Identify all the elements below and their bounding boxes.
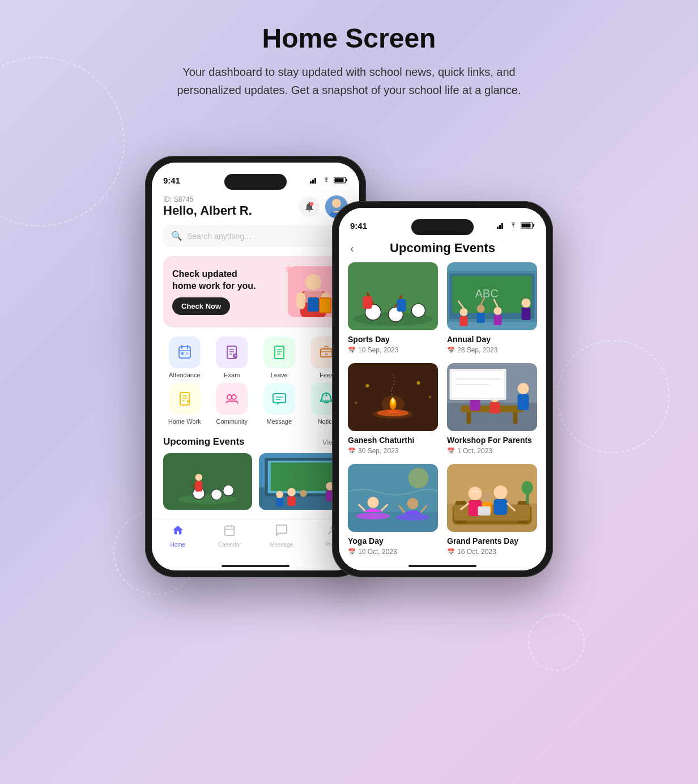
- banner-heading: Check updated home work for you.: [172, 269, 257, 292]
- ganesh-name: Ganesh Chaturthi: [348, 436, 438, 445]
- svg-rect-94: [397, 299, 406, 312]
- svg-rect-47: [273, 394, 286, 403]
- svg-rect-20: [179, 347, 190, 358]
- grandparents-img-svg: [447, 464, 537, 532]
- check-now-button[interactable]: Check Now: [172, 297, 230, 315]
- event-yoga[interactable]: Yoga Day 📅 10 Oct, 2023: [348, 464, 438, 556]
- home-indicator-1: [152, 561, 359, 570]
- event-ganesh[interactable]: Ganesh Chaturthi 📅 30 Sep, 2023: [348, 363, 438, 455]
- workshop-name: Workshop For Parents: [447, 436, 537, 445]
- nav-calendar[interactable]: Calendar: [204, 524, 256, 548]
- event-annual-day[interactable]: ABC: [447, 262, 537, 354]
- exam-icon: [224, 344, 240, 360]
- nav-home[interactable]: Home: [152, 524, 204, 548]
- svg-point-12: [305, 274, 321, 290]
- svg-rect-153: [454, 505, 530, 521]
- quick-link-leave[interactable]: Leave: [258, 336, 301, 378]
- event-workshop[interactable]: Workshop For Parents 📅 1 Oct, 2023: [447, 363, 537, 455]
- event-sports-day[interactable]: Sports Day 📅 10 Sep, 2023: [348, 262, 438, 354]
- message-nav-icon: [275, 524, 288, 540]
- svg-rect-83: [522, 224, 531, 228]
- cal-icon-3: 📅: [348, 448, 356, 455]
- signal-icon-2: [497, 222, 506, 229]
- search-bar[interactable]: 🔍 Search anything...: [163, 225, 348, 247]
- svg-point-46: [232, 395, 236, 399]
- phone-1-screen: 9:41 ID: S8745 Hello, Albert R.: [152, 163, 359, 570]
- svg-rect-0: [310, 181, 312, 184]
- bell-icon: [304, 201, 315, 212]
- status-time-1: 9:41: [163, 176, 180, 185]
- svg-point-157: [494, 485, 508, 499]
- svg-point-57: [195, 474, 203, 481]
- quick-link-community[interactable]: Community: [211, 383, 254, 425]
- svg-point-59: [211, 489, 222, 500]
- svg-point-160: [482, 492, 492, 502]
- yoga-name: Yoga Day: [348, 536, 438, 546]
- p2-title: Upcoming Events: [390, 241, 495, 255]
- svg-rect-58: [195, 481, 203, 492]
- leave-label: Leave: [271, 372, 288, 378]
- calendar-nav-label: Calendar: [218, 542, 241, 548]
- quick-link-message[interactable]: Message: [258, 383, 301, 425]
- svg-point-88: [412, 304, 425, 317]
- annual-day-date: 📅 28 Sep, 2023: [447, 346, 537, 354]
- svg-point-45: [227, 395, 232, 399]
- svg-text:ABC: ABC: [475, 287, 499, 300]
- homework-icon: [177, 391, 193, 407]
- event-grandparents[interactable]: Grand Parents Day 📅 16 Oct, 2023: [447, 464, 537, 556]
- svg-rect-102: [460, 316, 468, 326]
- nav-message[interactable]: Message: [256, 524, 308, 548]
- bottom-nav: Home Calendar: [152, 519, 359, 561]
- svg-rect-15: [308, 297, 319, 312]
- annual-img-svg: ABC: [447, 262, 537, 330]
- svg-rect-108: [494, 315, 502, 325]
- attendance-label: Attendance: [169, 372, 201, 378]
- cal-icon-1: 📅: [348, 347, 356, 354]
- notification-bell[interactable]: [299, 197, 320, 217]
- svg-point-120: [355, 402, 357, 404]
- svg-rect-80: [501, 223, 503, 229]
- phone-2: 9:41 ‹ Upcoming Events: [332, 201, 553, 577]
- back-button[interactable]: ‹: [350, 242, 354, 255]
- svg-point-119: [417, 381, 420, 385]
- svg-point-60: [223, 485, 234, 496]
- svg-point-144: [407, 498, 419, 509]
- homework-icon-bg: [169, 383, 201, 415]
- wifi-icon: [322, 177, 331, 184]
- svg-point-118: [366, 384, 369, 387]
- svg-rect-82: [533, 224, 534, 227]
- quick-link-homework[interactable]: Home Work: [163, 383, 206, 425]
- svg-rect-128: [518, 394, 529, 410]
- svg-rect-16: [296, 292, 305, 309]
- cal-icon-5: 📅: [348, 548, 356, 556]
- sports-day-img: [348, 262, 438, 330]
- svg-rect-40: [325, 353, 328, 355]
- svg-rect-126: [513, 412, 518, 424]
- home-bar-1: [222, 565, 290, 567]
- annual-day-name: Annual Day: [447, 335, 537, 344]
- svg-point-147: [408, 468, 429, 488]
- svg-rect-67: [276, 498, 283, 506]
- exam-label: Exam: [224, 372, 240, 378]
- svg-point-66: [276, 491, 283, 498]
- home-indicator-2: [339, 561, 546, 570]
- quick-link-exam[interactable]: Exam: [211, 336, 254, 378]
- event-card-sports[interactable]: [163, 453, 252, 510]
- calendar-nav-icon: [223, 524, 236, 540]
- community-label: Community: [216, 418, 248, 425]
- home-nav-label: Home: [170, 542, 185, 548]
- signal-icon: [310, 177, 319, 184]
- home-bar-2: [408, 565, 476, 567]
- p1-header: ID: S8745 Hello, Albert R.: [152, 191, 359, 225]
- exam-icon-bg: [216, 336, 248, 368]
- svg-rect-19: [320, 299, 330, 312]
- svg-rect-125: [467, 412, 471, 424]
- svg-rect-24: [181, 352, 184, 355]
- quick-link-attendance[interactable]: Attendance: [163, 336, 206, 378]
- battery-icon-2: [521, 222, 535, 229]
- homework-banner: Check updated home work for you. Check N…: [163, 256, 348, 327]
- svg-rect-38: [321, 349, 332, 357]
- status-icons-1: [310, 177, 348, 184]
- cal-icon-6: 📅: [447, 548, 455, 556]
- svg-point-121: [429, 396, 431, 398]
